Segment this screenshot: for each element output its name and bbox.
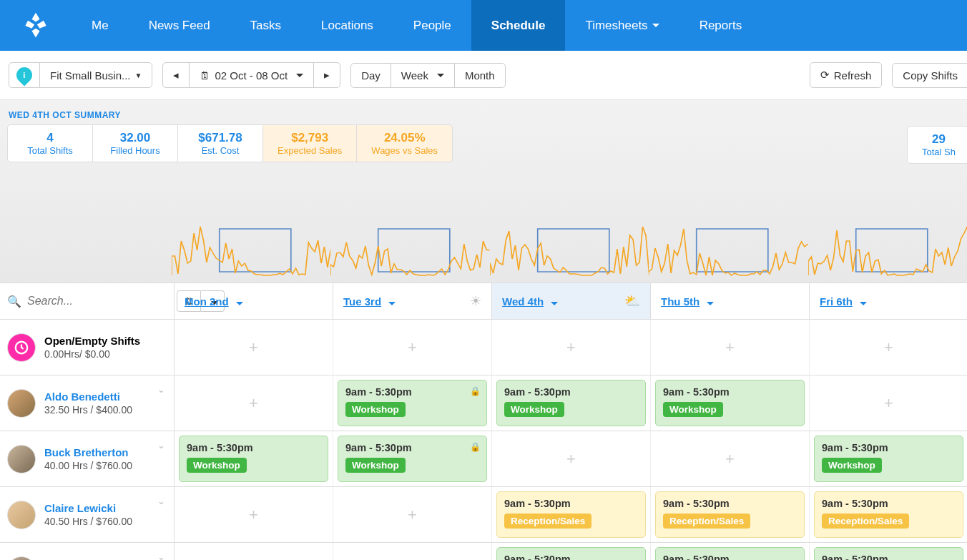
add-shift-button[interactable]: + [249, 506, 258, 524]
schedule-cell[interactable]: + [492, 431, 651, 486]
day-header-mon[interactable]: Mon 2nd [175, 283, 333, 319]
view-day-button[interactable]: Day [350, 63, 391, 88]
schedule-cell[interactable]: 9am - 5:30pmReception/Sales [651, 487, 810, 542]
employee-cell[interactable]: Buck Bretherton40.00 Hrs / $760.00⌄ [0, 431, 175, 486]
chevron-down-icon[interactable]: ⌄ [157, 551, 165, 560]
employee-cell[interactable]: Cole Trickle40.00 Hrs / $0.00⌄ [0, 543, 175, 560]
schedule-cell[interactable]: + [333, 320, 492, 375]
nav-schedule[interactable]: Schedule [471, 0, 566, 51]
shift-card[interactable]: 9am - 5:30pmReception/Sales [814, 491, 963, 538]
shift-card[interactable]: 9am - 5:30pmReception/Sales [655, 491, 805, 538]
schedule-cell[interactable]: + [175, 543, 333, 560]
schedule-cell[interactable]: + [810, 375, 967, 431]
add-shift-button[interactable]: + [408, 506, 417, 524]
schedule-cell[interactable]: + [175, 375, 333, 431]
toolbar: i Fit Small Busin...▼ ◂ 🗓02 Oct - 08 Oct… [0, 51, 967, 100]
nav-news-feed[interactable]: News Feed [129, 0, 230, 51]
shift-card[interactable]: 🔒9am - 5:30pmWorkshop [338, 380, 487, 426]
shift-card[interactable]: 9am - 5:30pmWorkshop [655, 380, 805, 426]
shift-card[interactable]: 9am - 5:30pmWorkshop [496, 547, 646, 560]
location-name: Fit Small Busin... [50, 69, 131, 82]
schedule-header-row: 🔍 ⇅ Mon 2nd Tue 3rd ☀Wed 4th ⛅Thu 5th Fr… [0, 283, 967, 320]
nav-people[interactable]: People [393, 0, 471, 51]
shift-card[interactable]: 🔒9am - 5:30pmWorkshop [338, 436, 487, 482]
view-month-button[interactable]: Month [454, 63, 506, 88]
schedule-cell[interactable]: 9am - 5:30pmWorkshop [492, 375, 651, 431]
shift-time: 9am - 5:30pm [822, 554, 956, 560]
nav-me[interactable]: Me [72, 0, 129, 51]
add-shift-button[interactable]: + [884, 394, 893, 413]
schedule-cell[interactable]: 9am - 5:30pmReception/Sales [810, 487, 967, 542]
date-range-button[interactable]: 🗓02 Oct - 08 Oct [189, 62, 314, 88]
add-shift-button[interactable]: + [566, 450, 576, 468]
schedule-cell[interactable]: 9am - 5:30pmWorkshop [810, 543, 967, 560]
day-link[interactable]: Mon 2nd [185, 295, 229, 308]
shift-time: 9am - 5:30pm [187, 442, 320, 453]
location-selector[interactable]: i Fit Small Busin...▼ [9, 62, 152, 88]
refresh-icon: ⟳ [820, 69, 830, 82]
schedule-cell[interactable]: 9am - 5:30pmWorkshop [651, 543, 810, 560]
shift-card[interactable]: 9am - 5:30pmWorkshop [814, 547, 963, 560]
shift-card[interactable]: 9am - 5:30pmReception/Sales [496, 491, 646, 538]
schedule-cell[interactable]: + [333, 487, 492, 542]
add-shift-button[interactable]: + [725, 450, 735, 468]
schedule-cell[interactable]: + [175, 320, 333, 375]
view-week-button[interactable]: Week [391, 63, 455, 88]
add-shift-button[interactable]: + [249, 338, 258, 357]
shift-card[interactable]: 9am - 5:30pmWorkshop [179, 436, 328, 482]
schedule-cell[interactable]: + [492, 320, 651, 375]
employee-row: Claire Lewicki40.50 Hrs / $760.00⌄++9am … [0, 487, 967, 543]
day-link[interactable]: Fri 6th [820, 295, 853, 308]
day-header-wed[interactable]: Wed 4th ⛅ [492, 283, 651, 319]
schedule-cell[interactable]: + [333, 543, 492, 560]
next-week-button[interactable]: ▸ [313, 62, 340, 88]
shift-card[interactable]: 9am - 5:30pmWorkshop [496, 380, 646, 426]
sun-icon: ☀ [470, 293, 481, 309]
schedule-cell[interactable]: 9am - 5:30pmWorkshop [651, 375, 810, 431]
schedule-cell[interactable]: 9am - 5:30pmWorkshop [175, 431, 333, 486]
schedule-cell[interactable]: + [651, 320, 810, 375]
employee-cell[interactable]: Open/Empty Shifts0.00Hrs/ $0.00 [0, 320, 175, 375]
schedule-cell[interactable]: 9am - 5:30pmReception/Sales [492, 487, 651, 542]
chevron-down-icon[interactable]: ⌄ [157, 496, 165, 506]
employee-stats: 40.50 Hrs / $760.00 [44, 516, 132, 527]
schedule-cell[interactable]: + [810, 320, 967, 375]
add-shift-button[interactable]: + [566, 338, 576, 357]
nav-reports[interactable]: Reports [679, 0, 762, 51]
nav-tasks[interactable]: Tasks [230, 0, 301, 51]
add-shift-button[interactable]: + [725, 338, 735, 357]
add-shift-button[interactable]: + [884, 338, 893, 357]
prev-week-button[interactable]: ◂ [162, 62, 190, 88]
summary-panel: WED 4TH OCT SUMMARY 4Total Shifts32.00Fi… [0, 100, 967, 283]
employee-cell[interactable]: Aldo Benedetti32.50 Hrs / $400.00⌄ [0, 375, 175, 431]
schedule-cell[interactable]: 9am - 5:30pmWorkshop [492, 543, 651, 560]
add-shift-button[interactable]: + [249, 394, 258, 413]
cloud-icon: ⛅ [624, 293, 640, 309]
add-shift-button[interactable]: + [408, 338, 417, 357]
nav-locations[interactable]: Locations [301, 0, 393, 51]
shift-card[interactable]: 9am - 5:30pmWorkshop [655, 547, 805, 560]
summary-card: 24.05%Wages vs Sales [356, 124, 453, 162]
schedule-cell[interactable]: 🔒9am - 5:30pmWorkshop [333, 431, 492, 486]
schedule-cell[interactable]: 🔒9am - 5:30pmWorkshop [333, 375, 492, 431]
day-link[interactable]: Wed 4th [502, 295, 544, 308]
refresh-button[interactable]: ⟳Refresh [810, 62, 883, 88]
logo[interactable] [0, 10, 72, 41]
search-input[interactable] [27, 295, 171, 308]
chevron-down-icon[interactable]: ⌄ [157, 440, 165, 451]
day-link[interactable]: Tue 3rd [343, 295, 381, 308]
schedule-cell[interactable]: 9am - 5:30pmWorkshop [810, 431, 967, 486]
day-link[interactable]: Thu 5th [661, 295, 700, 308]
day-header-tue[interactable]: Tue 3rd ☀ [333, 283, 492, 319]
shift-time: 9am - 5:30pm [504, 386, 638, 398]
chevron-down-icon[interactable]: ⌄ [157, 384, 165, 395]
nav-timesheets[interactable]: Timesheets [565, 0, 679, 51]
copy-shifts-button[interactable]: Copy Shifts [892, 63, 967, 88]
schedule-cell[interactable]: + [651, 431, 810, 486]
shift-card[interactable]: 9am - 5:30pmWorkshop [814, 436, 963, 482]
employee-cell[interactable]: Claire Lewicki40.50 Hrs / $760.00⌄ [0, 487, 175, 542]
day-header-thu[interactable]: Thu 5th [651, 283, 810, 319]
schedule-cell[interactable]: + [175, 487, 333, 542]
day-header-fri[interactable]: Fri 6th [810, 283, 967, 319]
shift-area-tag: Workshop [345, 458, 406, 473]
